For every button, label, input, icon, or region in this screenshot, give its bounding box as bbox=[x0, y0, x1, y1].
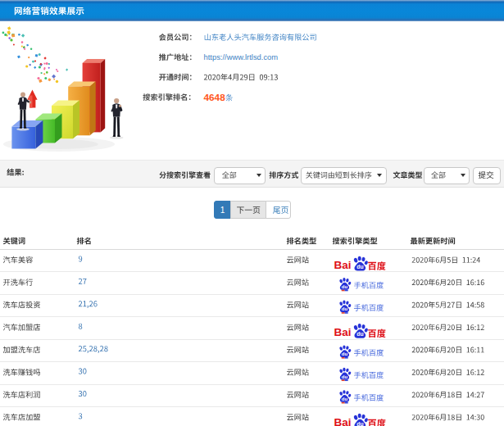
svg-text:Bai: Bai bbox=[334, 416, 352, 426]
svg-text:https://www.lrtlsd.com: https://www.lrtlsd.com bbox=[204, 52, 279, 61]
svg-text:4648: 4648 bbox=[204, 92, 226, 103]
svg-text:Bai: Bai bbox=[334, 259, 352, 271]
svg-text:Bai: Bai bbox=[334, 326, 352, 338]
svg-text:1: 1 bbox=[220, 206, 225, 215]
